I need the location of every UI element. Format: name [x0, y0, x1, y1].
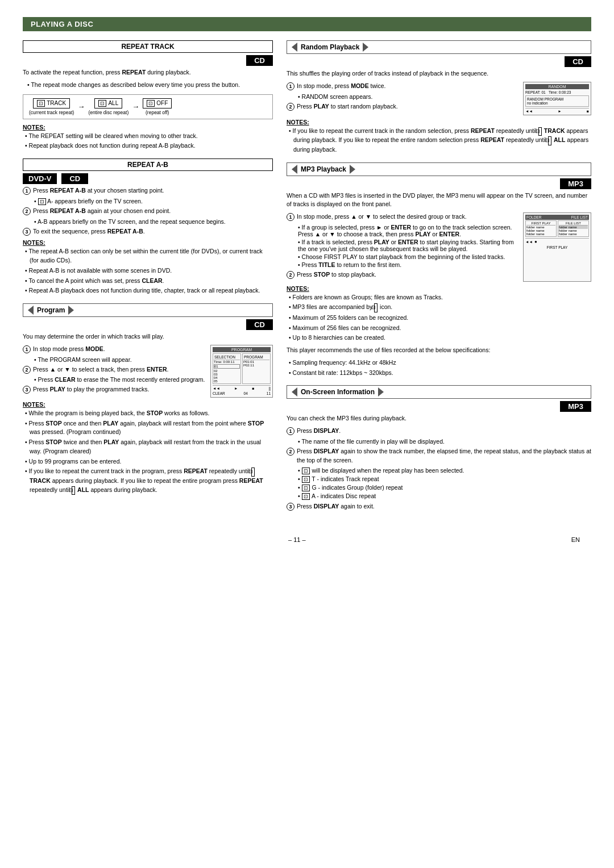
mp3-playback-badge: MP3 — [560, 178, 591, 189]
program-note1: While the program is being played back, … — [23, 409, 273, 418]
mp3-note1: Folders are known as Groups; files are k… — [287, 293, 591, 302]
mp3-notes-label: NOTES: — [287, 285, 591, 292]
onscreen-info-badge: MP3 — [560, 401, 591, 412]
program-notes-label: NOTES: — [23, 401, 273, 408]
mp3-note4: Maximum of 256 files can be recognized. — [287, 324, 591, 333]
page-lang: EN — [571, 536, 580, 543]
onscreen-step3: 3 Press DISPLAY again to exit. — [287, 502, 591, 511]
mp3-playback-intro: When a CD with MP3 files is inserted in … — [287, 191, 591, 210]
repeat-track-intro: To activate the repeat function, press R… — [23, 68, 273, 77]
repeat-ab-note3: To cancel the A point which was set, pre… — [23, 277, 273, 286]
repeat-track-diagram: ⊡ TRACK (current track repeat) → ⊡ ALL (… — [23, 94, 273, 119]
random-step2: 2 Press PLAY to start random playback. — [287, 102, 520, 111]
mp3-note2: MP3 files are accompanied by ⊡ icon. — [287, 303, 591, 312]
repeat-ab-badge-dvdv: DVD-V — [23, 173, 57, 184]
program-header: Program — [23, 303, 273, 317]
program-step2: 2 Press ▲ or ▼ to select a track, then p… — [23, 365, 207, 374]
repeat-ab-notes-label: NOTES: — [23, 239, 273, 246]
program-badge: CD — [246, 319, 273, 330]
program-screen: PROGRAM SELECTION Time: 0:00:11 01 02 03… — [210, 345, 273, 398]
onscreen-info-intro: You can check the MP3 files during playb… — [287, 414, 591, 423]
repeat-ab-header: REPEAT A-B — [23, 158, 273, 171]
right-column: Random Playback CD This shuffles the pla… — [287, 40, 591, 519]
program-note5: If you like to repeat the current track … — [23, 467, 273, 495]
mp3-playback-header: MP3 Playback — [287, 162, 591, 176]
repeat-ab-note2: Repeat A-B is not available with some sc… — [23, 266, 273, 276]
random-playback-intro: This shuffles the playing order of track… — [287, 69, 591, 78]
repeat-ab-section: REPEAT A-B DVD-V CD 1 Press REPEAT A-B a… — [23, 158, 273, 295]
onscreen-info-section: On-Screen Information MP3 You can check … — [287, 385, 591, 511]
repeat-ab-step2: 2 Press REPEAT A-B again at your chosen … — [23, 207, 273, 216]
program-intro: You may determine the order in which tra… — [23, 332, 273, 341]
mp3-step2: 2 Press STOP to stop playback. — [287, 270, 520, 279]
random-screen: RANDOM REPEAT: 01 Time: 0:00:23 RANDOM P… — [523, 82, 591, 115]
repeat-track-badge: CD — [246, 55, 273, 66]
program-step1: 1 In stop mode press MODE. — [23, 345, 207, 354]
repeat-ab-badge-cd: CD — [61, 173, 88, 184]
onscreen-step2: 2 Press DISPLAY again to show the track … — [287, 447, 591, 465]
page-title: PLAYING A DISC — [23, 17, 591, 31]
random-note1: If you like to repeat the current track … — [287, 127, 591, 155]
random-playback-header: Random Playback — [287, 40, 591, 54]
program-step3: 3 Press PLAY to play the programmed trac… — [23, 385, 207, 394]
page-footer: – 11 – EN — [23, 536, 591, 543]
mp3-spec-intro: This player recommends the use of files … — [287, 346, 591, 355]
onscreen-step1: 1 Press DISPLAY. — [287, 427, 591, 436]
random-step1: 1 In stop mode, press MODE twice. — [287, 82, 520, 91]
mp3-playback-section: MP3 Playback MP3 When a CD with MP3 file… — [287, 162, 591, 378]
repeat-ab-note1: The repeat A-B section can only be set w… — [23, 247, 273, 265]
repeat-track-section: REPEAT TRACK CD To activate the repeat f… — [23, 40, 273, 151]
repeat-ab-step3: 3 To exit the sequence, press REPEAT A-B… — [23, 227, 273, 236]
repeat-track-header: REPEAT TRACK — [23, 40, 273, 53]
mp3-spec2: Constant bit rate: 112kbps ~ 320kbps. — [287, 369, 591, 378]
repeat-track-notes-label: NOTES: — [23, 124, 273, 131]
random-playback-section: Random Playback CD This shuffles the pla… — [287, 40, 591, 155]
mp3-screen: FOLDERFILE LIST FIRST PLAY folder name f… — [523, 212, 591, 282]
program-note2: Press STOP once and then PLAY again, pla… — [23, 419, 273, 437]
random-playback-badge: CD — [565, 56, 591, 67]
program-note4: Up to 99 programs can be entered. — [23, 457, 273, 466]
mp3-note5: Up to 8 hierarchies can be created. — [287, 333, 591, 343]
mp3-step1: 1 In stop mode, press ▲ or ▼ to select t… — [287, 212, 520, 222]
program-section: Program CD You may determine the order i… — [23, 303, 273, 495]
mp3-spec1: Sampling frequency: 44.1kHz or 48kHz — [287, 358, 591, 368]
program-note3: Press STOP twice and then PLAY again, pl… — [23, 438, 273, 456]
page-number: – 11 – — [288, 536, 306, 543]
repeat-track-note2: Repeat playback does not function during… — [23, 141, 273, 151]
mp3-note3: Maximum of 255 folders can be recognized… — [287, 314, 591, 323]
repeat-ab-step1: 1 Press REPEAT A-B at your chosen starti… — [23, 186, 273, 195]
repeat-track-note1: The REPEAT setting will be cleared when … — [23, 132, 273, 141]
repeat-ab-note4: Repeat A-B playback does not function du… — [23, 286, 273, 295]
onscreen-info-header: On-Screen Information — [287, 385, 591, 399]
left-column: REPEAT TRACK CD To activate the repeat f… — [23, 40, 273, 519]
repeat-track-bullet1: The repeat mode changes as described bel… — [23, 81, 273, 90]
random-notes-label: NOTES: — [287, 119, 591, 126]
